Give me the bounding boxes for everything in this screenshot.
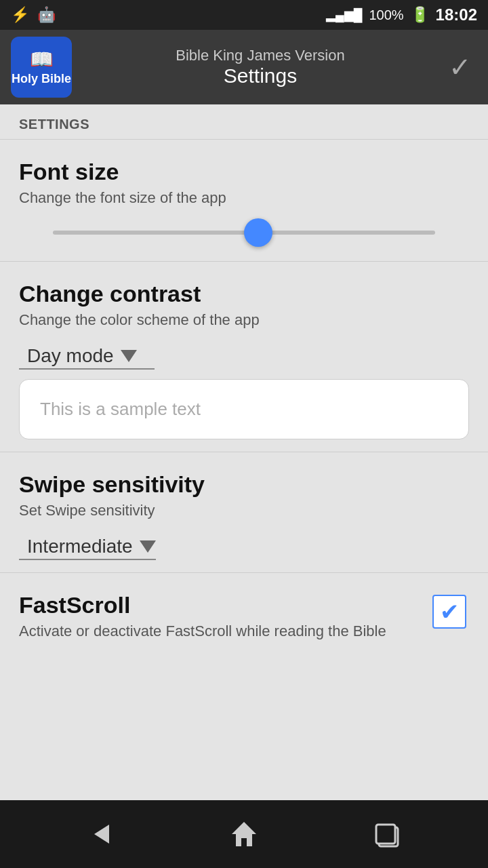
swipe-sensitivity-desc: Set Swipe sensitivity (19, 502, 469, 519)
font-size-slider-container[interactable] (19, 219, 469, 249)
sample-text: This is a sample text (40, 399, 201, 419)
settings-content: SETTINGS Font size Change the font size … (0, 104, 488, 800)
app-icon-label: Holy Bible (12, 73, 71, 86)
confirm-button[interactable]: ✓ (449, 52, 472, 83)
home-icon (229, 819, 259, 849)
font-size-title: Font size (19, 159, 469, 185)
contrast-dropdown-label: Day mode (27, 345, 114, 367)
font-size-desc: Change the font size of the app (19, 189, 469, 207)
top-bar-title-block: Bible King James Version Settings (83, 47, 438, 87)
battery-icon: 🔋 (411, 6, 429, 24)
font-size-slider[interactable] (53, 219, 435, 246)
home-button[interactable] (220, 810, 268, 858)
time-display: 18:02 (436, 5, 477, 24)
sample-text-box: This is a sample text (19, 379, 469, 439)
battery-percentage: 100% (369, 7, 403, 23)
fastscroll-title: FastScroll (19, 592, 432, 618)
status-left-icons: ⚡ 🤖 (11, 6, 56, 24)
signal-icon: ▂▄▆█ (326, 7, 363, 22)
font-size-block: Font size Change the font size of the ap… (0, 140, 488, 262)
screen-title: Settings (83, 64, 438, 87)
top-bar: 📖 Holy Bible Bible King James Version Se… (0, 30, 488, 104)
back-button[interactable] (76, 810, 123, 858)
recents-icon (373, 819, 403, 849)
fastscroll-desc: Activate or deactivate FastScroll while … (19, 623, 432, 640)
svg-marker-0 (94, 825, 109, 844)
fastscroll-checkbox-container[interactable]: ✔ (432, 595, 469, 631)
app-icon: 📖 Holy Bible (11, 37, 72, 98)
status-bar: ⚡ 🤖 ▂▄▆█ 100% 🔋 18:02 (0, 0, 488, 30)
fastscroll-block: FastScroll Activate or deactivate FastSc… (0, 573, 488, 652)
swipe-sensitivity-dropdown-label: Intermediate (27, 536, 133, 557)
book-icon: 📖 (30, 48, 54, 71)
app-subtitle: Bible King James Version (83, 47, 438, 64)
checkbox-check-icon: ✔ (440, 600, 459, 623)
swipe-sensitivity-dropdown[interactable]: Intermediate (19, 532, 156, 560)
change-contrast-desc: Change the color scheme of the app (19, 311, 469, 329)
fastscroll-checkbox[interactable]: ✔ (432, 595, 466, 629)
swipe-sensitivity-title: Swipe sensitivity (19, 471, 469, 498)
svg-rect-3 (376, 825, 395, 844)
fastscroll-text-block: FastScroll Activate or deactivate FastSc… (19, 592, 432, 640)
recents-button[interactable] (365, 810, 412, 858)
bottom-nav (0, 800, 488, 868)
contrast-dropdown-arrow (121, 350, 137, 362)
contrast-dropdown[interactable]: Day mode (19, 341, 155, 370)
usb-icon: ⚡ (11, 6, 29, 24)
back-arrow-icon (85, 819, 115, 849)
swipe-sensitivity-block: Swipe sensitivity Set Swipe sensitivity … (0, 452, 488, 573)
android-icon: 🤖 (37, 6, 56, 24)
change-contrast-title: Change contrast (19, 281, 469, 307)
swipe-sensitivity-dropdown-arrow (140, 540, 156, 553)
swipe-dropdown-wrapper: Intermediate (19, 532, 469, 560)
status-right-info: ▂▄▆█ 100% 🔋 18:02 (326, 5, 477, 24)
settings-section-header: SETTINGS (0, 104, 488, 140)
change-contrast-block: Change contrast Change the color scheme … (0, 262, 488, 452)
svg-marker-1 (232, 822, 256, 846)
